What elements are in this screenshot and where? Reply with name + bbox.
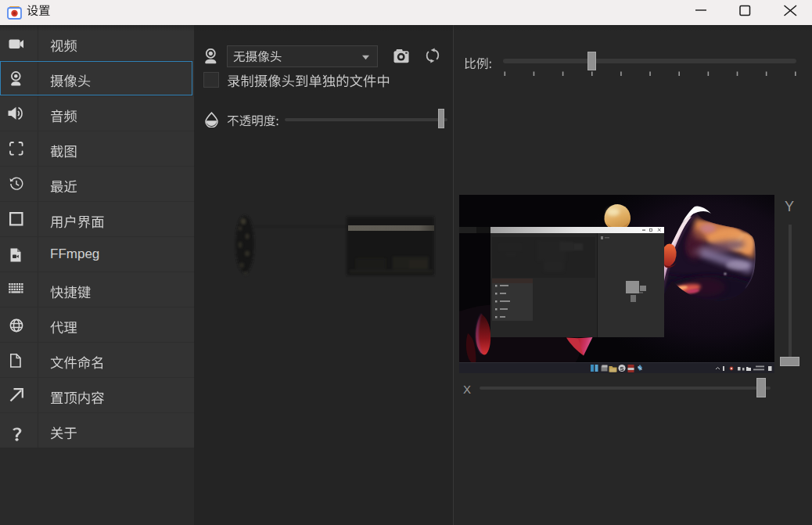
svg-text:S: S (620, 365, 623, 372)
